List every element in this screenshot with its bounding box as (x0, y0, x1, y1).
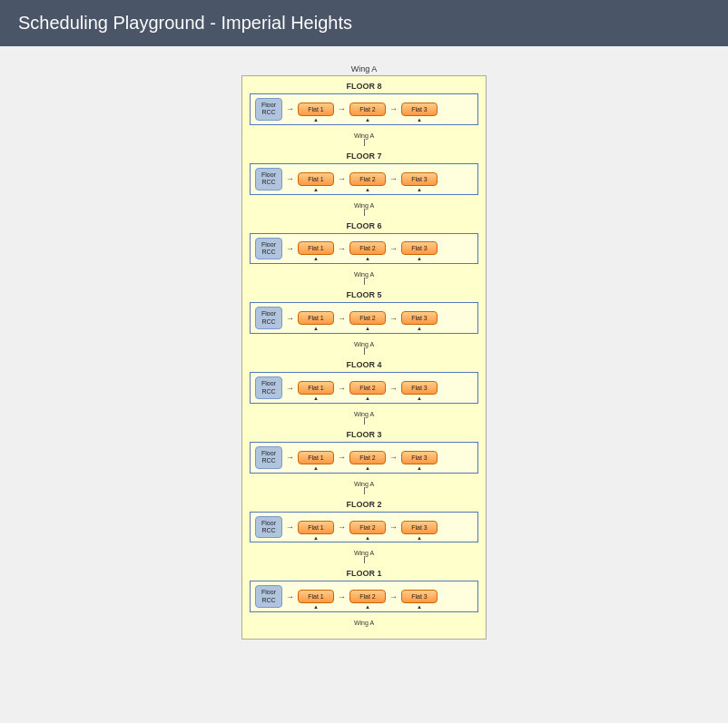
flat-3-floor8[interactable]: Flat 3 (401, 103, 438, 116)
flat-1-floor5[interactable]: Flat 1 (298, 311, 334, 325)
flat-1-floor6[interactable]: Flat 1 (298, 241, 334, 255)
floor-rcc-floor6[interactable]: FloorRCC (255, 238, 282, 260)
floor-box-floor7: FloorRCC→Flat 1→Flat 2→Flat 3 (250, 163, 478, 195)
flat-3-floor3[interactable]: Flat 3 (401, 451, 438, 464)
flat-1-floor8[interactable]: Flat 1 (298, 103, 334, 116)
floor-box-floor5: FloorRCC→Flat 1→Flat 2→Flat 3 (250, 302, 478, 334)
floor-box-floor3: FloorRCC→Flat 1→Flat 2→Flat 3 (250, 442, 478, 474)
flat-3-floor7[interactable]: Flat 3 (401, 172, 438, 186)
arrow-flat-2-floor7: → (389, 174, 398, 183)
arrow-flat-1-floor3: → (338, 453, 346, 462)
flat-1-floor2[interactable]: Flat 1 (298, 521, 334, 534)
floor-section-floor3: FLOOR 3FloorRCC→Flat 1→Flat 2→Flat 3Wing… (250, 430, 478, 494)
floor-label-floor3: FLOOR 3 (250, 430, 478, 439)
floor-section-floor8: FLOOR 8FloorRCC→Flat 1→Flat 2→Flat 3Wing… (250, 82, 478, 146)
wing-label-floor-floor2: Wing A (250, 550, 478, 556)
floor-label-floor7: FLOOR 7 (250, 151, 478, 161)
arrow-flat-2-floor6: → (389, 244, 398, 253)
floor-label-floor4: FLOOR 4 (250, 360, 478, 369)
flat-2-floor4[interactable]: Flat 2 (349, 381, 386, 395)
arrow-flat-1-floor5: → (338, 314, 346, 323)
flat-2-floor6[interactable]: Flat 2 (349, 241, 386, 255)
flat-2-floor3[interactable]: Flat 2 (349, 451, 386, 464)
wing-label-floor-floor6: Wing A (250, 271, 478, 278)
building-container: Wing A FLOOR 8FloorRCC→Flat 1→Flat 2→Fla… (241, 64, 487, 640)
floor-box-floor1: FloorRCC→Flat 1→Flat 2→Flat 3 (250, 581, 478, 612)
flat-3-floor2[interactable]: Flat 3 (401, 521, 438, 534)
floor-rcc-floor3[interactable]: FloorRCC (255, 446, 282, 469)
connector-floor7 (364, 209, 365, 216)
flat-2-floor1[interactable]: Flat 2 (349, 590, 386, 603)
flat-3-floor6[interactable]: Flat 3 (401, 241, 438, 255)
arrow-flat-2-floor8: → (389, 104, 398, 113)
floor-label-floor8: FLOOR 8 (250, 82, 478, 91)
floor-section-floor7: FLOOR 7FloorRCC→Flat 1→Flat 2→Flat 3Wing… (250, 151, 478, 216)
arrow-flat-1-floor6: → (338, 244, 346, 253)
arrow-rcc-floor3: → (286, 453, 294, 462)
flat-3-floor1[interactable]: Flat 3 (401, 590, 438, 603)
arrow-flat-2-floor4: → (389, 384, 398, 393)
connector-floor2 (364, 556, 365, 563)
floor-rcc-floor4[interactable]: FloorRCC (255, 376, 282, 399)
arrow-flat-1-floor4: → (338, 384, 346, 393)
flat-2-floor5[interactable]: Flat 2 (349, 311, 386, 325)
floor-rcc-floor1[interactable]: FloorRCC (255, 585, 282, 608)
arrow-flat-1-floor8: → (338, 104, 346, 113)
wing-label-floor-floor1: Wing A (250, 620, 478, 626)
floor-label-floor5: FLOOR 5 (250, 290, 478, 299)
floor-rcc-floor2[interactable]: FloorRCC (255, 516, 282, 539)
floor-section-floor1: FLOOR 1FloorRCC→Flat 1→Flat 2→Flat 3Wing… (250, 569, 478, 626)
arrow-rcc-floor4: → (286, 384, 294, 393)
flat-1-floor3[interactable]: Flat 1 (298, 451, 334, 464)
arrow-flat-2-floor1: → (389, 592, 398, 601)
flat-2-floor8[interactable]: Flat 2 (349, 103, 386, 116)
arrow-flat-1-floor2: → (338, 523, 346, 532)
arrow-rcc-floor2: → (286, 523, 294, 532)
arrow-rcc-floor1: → (286, 592, 294, 601)
wing-label-floor-floor7: Wing A (250, 202, 478, 209)
floor-section-floor5: FLOOR 5FloorRCC→Flat 1→Flat 2→Flat 3Wing… (250, 290, 478, 355)
main-content: Wing A FLOOR 8FloorRCC→Flat 1→Flat 2→Fla… (0, 46, 728, 658)
connector-floor3 (364, 487, 365, 494)
floor-box-floor6: FloorRCC→Flat 1→Flat 2→Flat 3 (250, 233, 478, 265)
arrow-rcc-floor7: → (286, 174, 294, 183)
floor-box-floor8: FloorRCC→Flat 1→Flat 2→Flat 3 (250, 93, 478, 125)
arrow-rcc-floor6: → (286, 244, 294, 253)
flat-1-floor7[interactable]: Flat 1 (298, 172, 334, 186)
arrow-rcc-floor8: → (286, 104, 294, 113)
floor-label-floor6: FLOOR 6 (250, 221, 478, 230)
connector-floor8 (364, 139, 365, 146)
wing-label-floor-floor8: Wing A (250, 132, 478, 139)
wing-label-floor-floor5: Wing A (250, 341, 478, 347)
floor-section-floor6: FLOOR 6FloorRCC→Flat 1→Flat 2→Flat 3Wing… (250, 221, 478, 286)
flat-1-floor4[interactable]: Flat 1 (298, 381, 334, 395)
floor-rcc-floor7[interactable]: FloorRCC (255, 168, 282, 191)
flat-2-floor2[interactable]: Flat 2 (349, 521, 386, 534)
floor-section-floor2: FLOOR 2FloorRCC→Flat 1→Flat 2→Flat 3Wing… (250, 500, 478, 564)
arrow-flat-1-floor1: → (338, 592, 346, 601)
floor-box-floor2: FloorRCC→Flat 1→Flat 2→Flat 3 (250, 512, 478, 543)
wing-label-floor-floor4: Wing A (250, 411, 478, 417)
outer-box: FLOOR 8FloorRCC→Flat 1→Flat 2→Flat 3Wing… (241, 75, 487, 640)
floor-label-floor2: FLOOR 2 (250, 500, 478, 509)
arrow-flat-2-floor3: → (389, 453, 398, 462)
floor-section-floor4: FLOOR 4FloorRCC→Flat 1→Flat 2→Flat 3Wing… (250, 360, 478, 425)
arrow-flat-2-floor5: → (389, 314, 398, 323)
flat-3-floor4[interactable]: Flat 3 (401, 381, 438, 395)
flat-3-floor5[interactable]: Flat 3 (401, 311, 438, 325)
wing-label-floor-floor3: Wing A (250, 481, 478, 487)
floor-rcc-floor8[interactable]: FloorRCC (255, 98, 282, 121)
arrow-rcc-floor5: → (286, 314, 294, 323)
floor-label-floor1: FLOOR 1 (250, 569, 478, 578)
connector-floor4 (364, 417, 365, 425)
flat-1-floor1[interactable]: Flat 1 (298, 590, 334, 603)
connector-floor5 (364, 347, 365, 355)
floor-rcc-floor5[interactable]: FloorRCC (255, 307, 282, 329)
flat-2-floor7[interactable]: Flat 2 (349, 172, 386, 186)
arrow-flat-1-floor7: → (338, 174, 346, 183)
connector-floor6 (364, 278, 365, 285)
floor-box-floor4: FloorRCC→Flat 1→Flat 2→Flat 3 (250, 372, 478, 404)
page-title: Scheduling Playground - Imperial Heights (18, 13, 352, 33)
arrow-flat-2-floor2: → (389, 523, 398, 532)
wing-label-top: Wing A (351, 64, 378, 73)
